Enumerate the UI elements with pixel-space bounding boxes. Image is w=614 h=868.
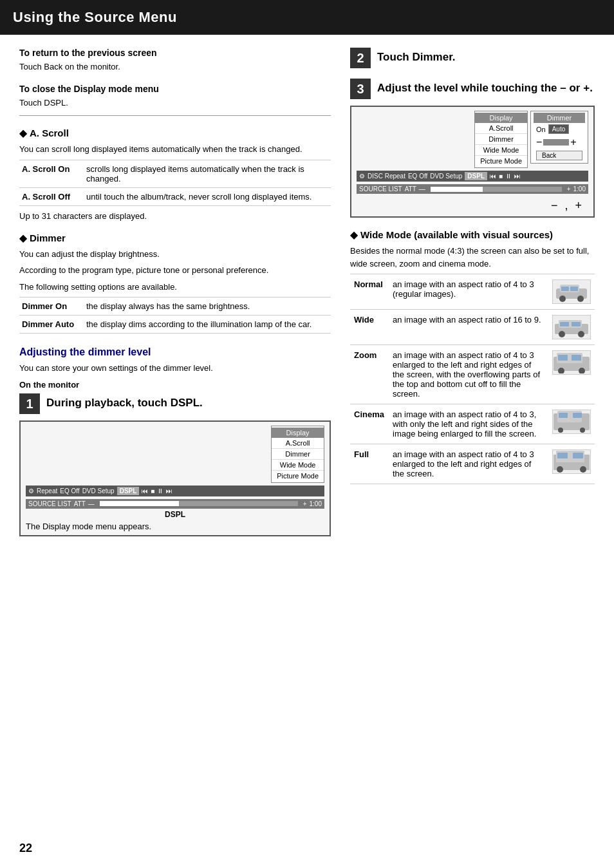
scroll-section-title: A. Scroll	[19, 127, 331, 139]
menu-item-picturemode-r[interactable]: Picture Mode	[475, 156, 527, 166]
monitor-menu-area: Display A.Scroll Dimmer Wide Mode Pictur…	[26, 426, 324, 483]
dimmer-auto-def: the display dims according to the illumi…	[84, 316, 331, 334]
dimmer-on-def: the display always has the same brightne…	[84, 297, 331, 316]
bottom-dvd-r: DVD Setup	[430, 173, 462, 180]
menu-item-dimmer-r[interactable]: Dimmer	[475, 134, 527, 145]
plus-btn[interactable]: +	[303, 500, 307, 507]
full-car-image	[552, 449, 591, 474]
bottom-disc-r: DISC Repeat	[367, 173, 405, 180]
divider-1	[19, 115, 331, 116]
menu-title: Display	[272, 428, 324, 438]
dimmer-section-body2: According to the program type, picture t…	[19, 264, 331, 277]
menu-item-widemode-r[interactable]: Wide Mode	[475, 145, 527, 156]
dimmer-on-label: On	[536, 126, 546, 133]
monitor-right-panel-area: Display A.Scroll Dimmer Wide Mode Pictur…	[357, 111, 588, 168]
normal-img	[548, 274, 595, 310]
progress-bar-r	[431, 187, 562, 192]
step2-text: Touch Dimmer.	[377, 48, 456, 64]
monitor-mockup-step3: Display A.Scroll Dimmer Wide Mode Pictur…	[350, 106, 595, 218]
svg-point-27	[580, 466, 586, 473]
zoom-row: Zoom an image with an aspect ratio of 4 …	[350, 345, 595, 404]
page-number: 22	[19, 842, 32, 855]
menu-item-widemode[interactable]: Wide Mode	[272, 460, 324, 471]
bottom-prev: ⏮	[142, 487, 148, 495]
step3-row: 3 Adjust the level while touching the – …	[350, 79, 595, 99]
att-label: ATT	[74, 500, 86, 507]
adjusting-body: You can store your own settings of the d…	[19, 362, 331, 375]
menu-title-right: Display	[475, 113, 527, 123]
main-content: To return to the previous screen Touch B…	[19, 48, 595, 543]
dimmer-back-btn[interactable]: Back	[536, 151, 582, 160]
scroll-on-row: A. Scroll On scrolls long displayed item…	[19, 160, 331, 187]
plus-sign[interactable]: +	[575, 199, 582, 212]
zoom-img	[548, 345, 595, 404]
dimmer-minus-btn[interactable]: −	[536, 137, 542, 148]
step3-container: 3 Adjust the level while touching the – …	[350, 79, 595, 218]
dimmer-slider: − +	[536, 137, 577, 148]
monitor-bottom-bar: ⚙ Repeat EQ Off DVD Setup DSPL ⏮ ■ ⏸ ⏭	[26, 486, 324, 496]
zoom-car-image	[552, 350, 591, 375]
step1-text: During playback, touch DSPL.	[46, 393, 203, 410]
step3-num: 3	[350, 79, 371, 99]
monitor-source-bar: SOURCE LIST ATT — + 1:00	[26, 499, 324, 509]
cinema-car-image	[552, 410, 591, 434]
dimmer-auto-btn[interactable]: Auto	[548, 124, 570, 134]
dash-label: —	[88, 500, 95, 507]
wide-mode-table: Normal an image with an aspect ratio of …	[350, 274, 595, 484]
monitor-bottom-bar-r: ⚙ DISC Repeat EQ Off DVD Setup DSPL ⏮ ■ …	[357, 171, 588, 182]
adjusting-title: Adjusting the dimmer level	[19, 346, 331, 358]
bottom-dvd: DVD Setup	[82, 487, 115, 495]
progress-fill-r	[431, 187, 483, 192]
menu-item-picturemode[interactable]: Picture Mode	[272, 471, 324, 481]
progress-bar	[100, 501, 298, 506]
menu-item-ascroll[interactable]: A.Scroll	[272, 438, 324, 449]
dimmer-section-title: Dimmer	[19, 232, 331, 244]
header-title-text: Using the Source Menu	[13, 9, 177, 25]
scroll-on-def: scrolls long displayed items automatical…	[84, 160, 331, 187]
time-label: 1:00	[310, 500, 322, 507]
menu-item-dimmer[interactable]: Dimmer	[272, 449, 324, 460]
return-section-body: Touch Back on the monitor.	[19, 61, 331, 73]
display-label-text: The Display mode menu appears.	[26, 522, 324, 531]
left-column: To return to the previous screen Touch B…	[19, 48, 331, 543]
menu-item-ascroll-r[interactable]: A.Scroll	[475, 123, 527, 134]
scroll-note: Up to 31 characters are displayed.	[19, 211, 331, 221]
wide-car-image	[552, 315, 591, 339]
normal-row: Normal an image with an aspect ratio of …	[350, 274, 595, 310]
dimmer-panel-title: Dimmer	[534, 113, 585, 123]
minus-sign[interactable]: −	[551, 199, 558, 212]
normal-car-image	[552, 279, 591, 304]
scroll-off-def: until touch the album/track, never scrol…	[84, 187, 331, 205]
bottom-dspl-r[interactable]: DSPL	[465, 172, 487, 180]
bottom-stop-r: ■	[499, 173, 503, 180]
dimmer-auto-term: Dimmer Auto	[19, 316, 84, 334]
zoom-term: Zoom	[350, 345, 389, 404]
close-section-title: To close the Display mode menu	[19, 84, 331, 94]
svg-rect-10	[560, 322, 569, 326]
dimmer-plus-btn[interactable]: +	[570, 137, 576, 148]
step2-num: 2	[350, 48, 371, 68]
full-row: Full an image with an aspect ratio of 4 …	[350, 444, 595, 484]
bottom-eq: EQ Off	[60, 487, 79, 495]
step2-container: 2 Touch Dimmer.	[350, 48, 595, 68]
bottom-pause-r: ⏸	[505, 173, 512, 180]
dash-r: —	[419, 185, 425, 193]
on-monitor-label: On the monitor	[19, 380, 331, 390]
return-section-title: To return to the previous screen	[19, 48, 331, 58]
dimmer-slider-row: − +	[534, 135, 585, 149]
normal-term: Normal	[350, 274, 389, 310]
svg-rect-11	[572, 322, 581, 326]
svg-rect-17	[572, 355, 581, 361]
bottom-prev-r: ⏮	[490, 173, 496, 180]
bottom-dspl[interactable]: DSPL	[117, 487, 140, 495]
wide-def: an image with an aspect ratio of 16 to 9…	[389, 310, 548, 345]
bottom-next-r: ⏭	[514, 173, 521, 180]
full-def: an image with an aspect ratio of 4 to 3 …	[389, 444, 548, 484]
close-section-body: Touch DSPL.	[19, 97, 331, 109]
plus-minus-display: − , +	[357, 199, 582, 212]
plus-r[interactable]: +	[567, 185, 571, 193]
svg-rect-22	[559, 413, 568, 418]
monitor-source-bar-r: SOURCE LIST ATT — + 1:00	[357, 184, 588, 194]
bottom-eq-r: EQ Off	[408, 173, 427, 180]
cinema-def: an image with an aspect ratio of 4 to 3,…	[389, 404, 548, 444]
